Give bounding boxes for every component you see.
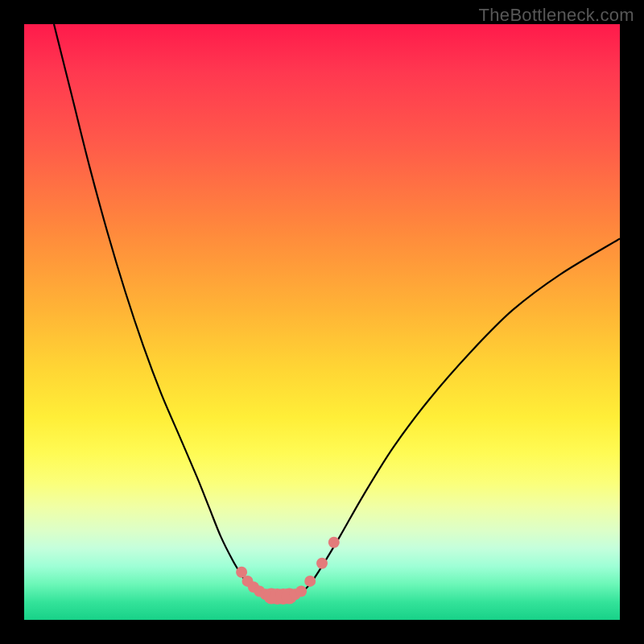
- curve-marker: [275, 588, 291, 605]
- curve-path: [54, 24, 620, 597]
- curve-marker: [290, 588, 301, 600]
- curve-marker: [263, 588, 279, 604]
- curve-marker: [248, 581, 259, 592]
- curve-marker: [304, 576, 316, 587]
- chart-frame: TheBottleneck.com: [0, 0, 644, 644]
- curve-marker: [254, 586, 265, 597]
- curve-marker: [281, 588, 297, 604]
- watermark-text: TheBottleneck.com: [479, 5, 634, 26]
- bottleneck-curve: [24, 24, 620, 620]
- curve-marker: [236, 567, 247, 578]
- curve-marker: [328, 537, 340, 548]
- curve-marker: [295, 586, 307, 597]
- curve-marker: [242, 576, 254, 587]
- curve-marker: [270, 588, 286, 605]
- curve-marker: [316, 558, 328, 569]
- curve-marker: [260, 588, 271, 600]
- plot-area: [24, 24, 620, 620]
